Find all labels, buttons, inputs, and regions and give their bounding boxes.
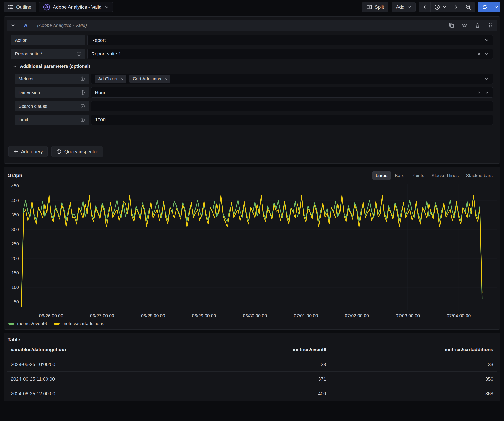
table-cell: 38	[170, 357, 330, 372]
remove-tag-icon[interactable]	[120, 77, 124, 81]
graph-mode-stacked-bars[interactable]: Stacked bars	[462, 171, 496, 180]
report-suite-select[interactable]: Report suite 1	[87, 49, 493, 59]
table-header-row: variables/daterangehourmetrics/event6met…	[7, 344, 497, 357]
time-shift-back-button[interactable]	[419, 2, 431, 12]
datasource-name: Adobe Analytics - Valid	[53, 4, 102, 10]
datasource-picker[interactable]: Adobe Analytics - Valid	[39, 2, 113, 12]
remove-tag-icon[interactable]	[164, 77, 168, 81]
outline-label: Outline	[16, 4, 31, 10]
metric-tag[interactable]: Cart Additions	[129, 75, 170, 83]
clear-icon[interactable]	[477, 52, 481, 56]
add-label: Add	[396, 4, 404, 10]
limit-input[interactable]	[95, 115, 491, 125]
metric-tag-label: Cart Additions	[133, 76, 161, 82]
clear-icon[interactable]	[477, 90, 481, 95]
table-column-header[interactable]: metrics/cartadditions	[330, 344, 497, 357]
time-series-chart[interactable]: 4504003503002502001501005006/26 00:0006/…	[4, 182, 500, 320]
query-row-header: A (Adobe Analytics - Valid)	[7, 20, 497, 31]
split-button[interactable]: Split	[362, 2, 389, 12]
info-icon[interactable]	[77, 51, 82, 56]
toggle-visibility-icon[interactable]	[461, 22, 468, 29]
chevron-down-icon[interactable]	[484, 77, 489, 81]
table-column-header[interactable]: variables/daterangehour	[7, 344, 170, 357]
drag-handle-icon[interactable]	[487, 22, 493, 28]
search-clause-field	[91, 101, 493, 111]
metric-tag[interactable]: Ad Clicks	[95, 75, 126, 83]
query-inspector-button[interactable]: Query inspector	[51, 146, 103, 157]
legend-series-name: metrics/event6	[17, 321, 47, 326]
graph-mode-bars[interactable]: Bars	[391, 171, 408, 180]
add-query-label: Add query	[21, 149, 43, 154]
y-axis-tick-label: 400	[12, 198, 19, 203]
add-button[interactable]: Add	[392, 2, 416, 12]
search-clause-label: Search clause	[15, 101, 89, 111]
info-icon[interactable]	[80, 104, 85, 109]
zoom-out-icon	[465, 4, 471, 10]
chevron-down-icon[interactable]	[484, 52, 489, 56]
chevron-down-icon[interactable]	[484, 90, 489, 95]
datasource-logo-icon	[43, 3, 50, 11]
collapse-query-icon[interactable]	[11, 23, 15, 28]
info-icon[interactable]	[80, 117, 85, 122]
legend-swatch	[8, 323, 14, 325]
delete-query-icon[interactable]	[474, 22, 480, 28]
chevron-down-icon	[494, 5, 498, 9]
zoom-out-time-button[interactable]	[462, 2, 474, 12]
info-icon[interactable]	[80, 90, 85, 95]
top-toolbar: Outline Adobe Analytics - Valid	[0, 0, 504, 14]
additional-params-toggle[interactable]: Additional parameters (optional)	[12, 64, 493, 69]
search-clause-input[interactable]	[95, 101, 491, 111]
legend-item[interactable]: metrics/cartadditions	[54, 321, 104, 326]
chevron-down-icon	[407, 5, 411, 9]
time-picker-button[interactable]	[431, 2, 450, 12]
chevron-left-icon	[422, 5, 427, 9]
chevron-right-icon	[454, 5, 458, 9]
action-select[interactable]: Report	[87, 35, 493, 45]
add-query-button[interactable]: Add query	[8, 146, 48, 157]
table-row: 2024-06-25 10:00:003833	[7, 357, 497, 372]
search-clause-row: Search clause	[15, 101, 493, 111]
y-axis-tick-label: 100	[12, 285, 19, 290]
table-row: 2024-06-25 12:00:00400368	[7, 386, 497, 401]
chevron-down-icon	[104, 5, 109, 9]
limit-field	[91, 114, 493, 125]
metrics-multiselect[interactable]: Ad ClicksCart Additions	[91, 73, 493, 84]
graph-mode-lines[interactable]: Lines	[372, 171, 390, 180]
query-inspector-label: Query inspector	[64, 149, 98, 154]
table-panel-title: Table	[7, 337, 20, 343]
time-shift-forward-button[interactable]	[450, 2, 462, 12]
graph-mode-stacked-lines[interactable]: Stacked lines	[428, 171, 462, 180]
refresh-button[interactable]	[478, 2, 492, 12]
x-axis-tick-label: 07/03 00:00	[396, 313, 420, 318]
graph-panel-title: Graph	[7, 173, 22, 179]
split-label: Split	[375, 4, 384, 10]
dimension-select[interactable]: Hour	[91, 87, 493, 98]
query-datasource-hint: (Adobe Analytics - Valid)	[37, 23, 445, 28]
chevron-down-icon	[442, 5, 446, 9]
y-axis-tick-label: 450	[12, 183, 19, 188]
outline-list-icon	[8, 4, 13, 10]
chevron-down-icon[interactable]	[484, 38, 489, 42]
run-query-split-button	[478, 2, 500, 12]
metrics-row: Metrics Ad ClicksCart Additions	[15, 73, 493, 84]
x-axis-tick-label: 06/26 00:00	[39, 313, 63, 318]
query-editor-section: A (Adobe Analytics - Valid) Action Repor	[4, 16, 500, 164]
limit-row: Limit	[15, 114, 493, 125]
table-cell: 356	[330, 372, 497, 386]
outline-button[interactable]: Outline	[4, 2, 36, 12]
query-letter[interactable]: A	[24, 22, 28, 28]
graph-mode-points[interactable]: Points	[408, 171, 428, 180]
refresh-interval-dropdown[interactable]	[492, 2, 500, 12]
info-circle-icon	[56, 149, 62, 154]
duplicate-query-icon[interactable]	[449, 22, 455, 28]
legend-series-name: metrics/cartadditions	[62, 321, 104, 326]
table-panel: Table variables/daterangehourmetrics/eve…	[4, 333, 500, 401]
report-suite-row: Report suite * Report suite 1	[11, 49, 493, 59]
y-axis-tick-label: 150	[12, 270, 19, 275]
legend-item[interactable]: metrics/event6	[8, 321, 47, 326]
y-axis-tick-label: 200	[12, 256, 19, 261]
report-suite-value: Report suite 1	[91, 51, 477, 57]
table-cell: 33	[330, 357, 497, 372]
info-icon[interactable]	[80, 76, 85, 81]
table-column-header[interactable]: metrics/event6	[170, 344, 330, 357]
